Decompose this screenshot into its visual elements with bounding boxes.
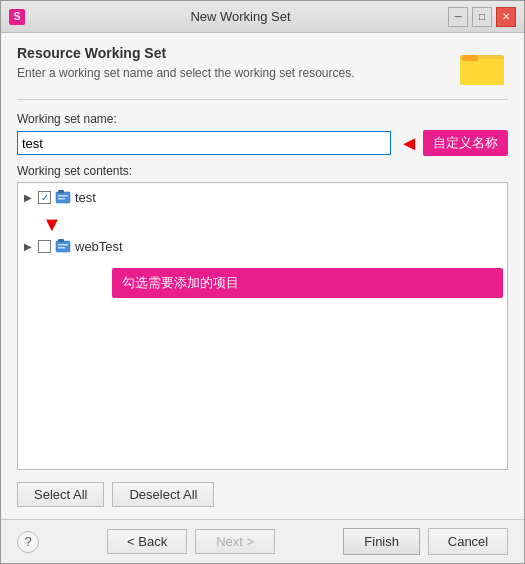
red-arrow-tree-icon: ▼ bbox=[42, 213, 62, 236]
nav-buttons: < Back Next > bbox=[47, 529, 335, 554]
project-icon-test bbox=[55, 189, 71, 205]
window-title: New Working Set bbox=[33, 9, 448, 24]
contents-section: Working set contents: ▶ ✓ bbox=[17, 164, 508, 470]
list-item[interactable]: ▶ ✓ test bbox=[22, 187, 503, 207]
contents-annotation-group: 勾选需要添加的项目 bbox=[72, 268, 503, 298]
select-all-button[interactable]: Select All bbox=[17, 482, 104, 507]
dialog-content: Resource Working Set Enter a working set… bbox=[1, 33, 524, 519]
finish-button[interactable]: Finish bbox=[343, 528, 420, 555]
contents-label: Working set contents: bbox=[17, 164, 508, 178]
name-annotation-box: 自定义名称 bbox=[423, 130, 508, 156]
action-buttons: Finish Cancel bbox=[343, 528, 508, 555]
svg-rect-4 bbox=[56, 192, 70, 203]
tree-annotation-row: ▼ bbox=[22, 213, 503, 236]
next-button[interactable]: Next > bbox=[195, 529, 275, 554]
header-section: Resource Working Set Enter a working set… bbox=[17, 45, 508, 87]
minimize-button[interactable]: ─ bbox=[448, 7, 468, 27]
svg-rect-8 bbox=[56, 241, 70, 252]
tree-container: ▶ ✓ test bbox=[17, 182, 508, 470]
help-button[interactable]: ? bbox=[17, 531, 39, 553]
selection-buttons: Select All Deselect All bbox=[17, 482, 508, 507]
header-description: Enter a working set name and select the … bbox=[17, 65, 448, 82]
cancel-button[interactable]: Cancel bbox=[428, 528, 508, 555]
svg-rect-2 bbox=[460, 59, 504, 85]
name-annotation-group: ◄ 自定义名称 bbox=[399, 130, 508, 156]
dialog-window: S New Working Set ─ □ ✕ Resource Working… bbox=[0, 0, 525, 564]
back-button[interactable]: < Back bbox=[107, 529, 187, 554]
item-label-webtest: webTest bbox=[75, 239, 123, 254]
window-controls: ─ □ ✕ bbox=[448, 7, 516, 27]
red-arrow-icon: ◄ bbox=[399, 132, 419, 155]
svg-rect-11 bbox=[58, 247, 65, 249]
close-button[interactable]: ✕ bbox=[496, 7, 516, 27]
svg-rect-7 bbox=[58, 198, 65, 200]
name-field-label: Working set name: bbox=[17, 112, 508, 126]
item-checkbox-webtest[interactable] bbox=[38, 240, 51, 253]
list-item[interactable]: ▶ webTest bbox=[22, 236, 503, 256]
item-label-test: test bbox=[75, 190, 96, 205]
header-divider bbox=[17, 99, 508, 100]
deselect-all-button[interactable]: Deselect All bbox=[112, 482, 214, 507]
name-field-section: Working set name: ◄ 自定义名称 bbox=[17, 112, 508, 156]
header-text: Resource Working Set Enter a working set… bbox=[17, 45, 448, 82]
svg-rect-3 bbox=[462, 55, 478, 61]
contents-annotation-box: 勾选需要添加的项目 bbox=[112, 268, 503, 298]
svg-rect-5 bbox=[58, 190, 64, 193]
svg-rect-6 bbox=[58, 195, 68, 197]
folder-icon bbox=[460, 47, 508, 87]
header-title: Resource Working Set bbox=[17, 45, 448, 61]
titlebar: S New Working Set ─ □ ✕ bbox=[1, 1, 524, 33]
project-icon-webtest bbox=[55, 238, 71, 254]
restore-button[interactable]: □ bbox=[472, 7, 492, 27]
expander-icon[interactable]: ▶ bbox=[22, 191, 34, 203]
name-field-row: ◄ 自定义名称 bbox=[17, 130, 508, 156]
svg-rect-9 bbox=[58, 239, 64, 242]
expander-icon-webtest[interactable]: ▶ bbox=[22, 240, 34, 252]
help-section: ? bbox=[17, 531, 39, 553]
dialog-footer: ? < Back Next > Finish Cancel bbox=[1, 519, 524, 563]
app-icon: S bbox=[9, 9, 25, 25]
item-checkbox-test[interactable]: ✓ bbox=[38, 191, 51, 204]
svg-rect-10 bbox=[58, 244, 68, 246]
name-input[interactable] bbox=[17, 131, 391, 155]
